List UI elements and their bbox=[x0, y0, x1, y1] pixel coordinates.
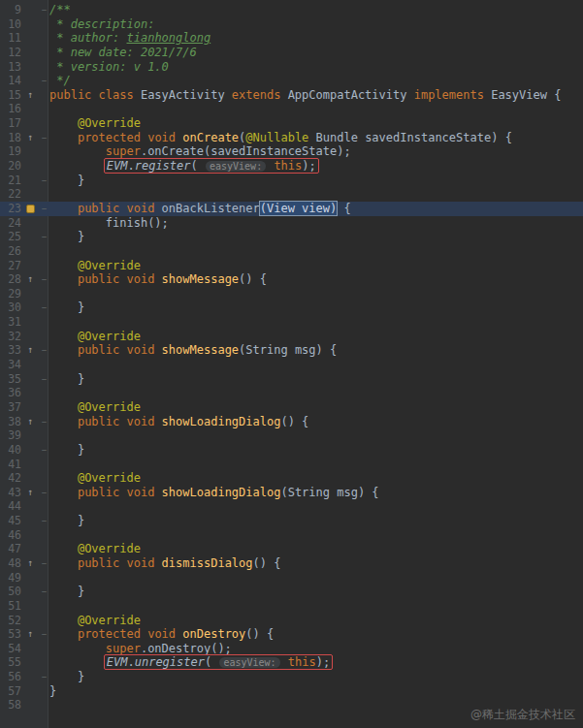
override-gutter-icon[interactable]: ↑ bbox=[21, 272, 39, 287]
gutter-icon-slot bbox=[21, 187, 39, 202]
gutter-icon-slot bbox=[21, 571, 39, 586]
fold-marker[interactable]: − bbox=[39, 415, 49, 429]
code-line-10: 10 * description: bbox=[0, 17, 583, 32]
override-gutter-icon[interactable]: ↑ bbox=[21, 556, 39, 571]
code-text[interactable]: @Override bbox=[49, 400, 583, 415]
code-text[interactable]: public void showLoadingDialog(String msg… bbox=[49, 486, 583, 500]
code-line-49: 49 bbox=[0, 571, 583, 586]
code-text[interactable]: } bbox=[49, 585, 583, 599]
code-text[interactable] bbox=[49, 315, 583, 330]
code-text[interactable] bbox=[49, 599, 583, 614]
token-static: EVM bbox=[107, 655, 128, 669]
code-text[interactable] bbox=[49, 244, 583, 259]
code-text[interactable]: } bbox=[49, 514, 583, 528]
fold-marker[interactable]: − bbox=[39, 74, 49, 88]
code-text[interactable]: @Override bbox=[49, 116, 583, 131]
code-text[interactable] bbox=[49, 358, 583, 372]
code-line-21: 21− } bbox=[0, 174, 583, 188]
code-text[interactable]: protected void onDestroy() { bbox=[49, 627, 583, 642]
code-text[interactable] bbox=[49, 187, 583, 202]
fold-marker[interactable]: − bbox=[39, 272, 49, 287]
code-text[interactable]: @Override bbox=[49, 614, 583, 628]
code-editor[interactable]: 9−/**10 * description:11 * author: tianh… bbox=[0, 0, 583, 728]
code-text[interactable]: EVM.unregister( easyView: this); bbox=[49, 655, 583, 670]
code-text[interactable]: */ bbox=[49, 74, 583, 88]
code-text[interactable]: } bbox=[49, 372, 583, 387]
code-line-25: 25− } bbox=[0, 230, 583, 244]
fold-marker[interactable]: − bbox=[39, 343, 49, 358]
code-text[interactable] bbox=[49, 386, 583, 400]
code-text[interactable]: } bbox=[49, 174, 583, 188]
override-gutter-icon[interactable]: ↑ bbox=[21, 88, 39, 103]
code-text[interactable]: super.onDestroy(); bbox=[49, 642, 583, 656]
code-text[interactable]: * new date: 2021/7/6 bbox=[49, 46, 583, 60]
override-gutter-icon[interactable]: ↑ bbox=[21, 627, 39, 642]
code-text[interactable] bbox=[49, 428, 583, 443]
code-text[interactable]: } bbox=[49, 301, 583, 315]
fold-marker[interactable]: − bbox=[39, 372, 49, 387]
override-gutter-icon[interactable]: ↑ bbox=[21, 343, 39, 358]
intention-bulb-icon[interactable] bbox=[21, 202, 39, 216]
fold-marker[interactable]: − bbox=[39, 174, 49, 188]
code-text[interactable]: } bbox=[49, 443, 583, 458]
code-text[interactable]: @Override bbox=[49, 330, 583, 344]
code-text[interactable]: EVM.register( easyView: this); bbox=[49, 159, 583, 174]
code-text[interactable] bbox=[49, 528, 583, 543]
code-lines[interactable]: 9−/**10 * description:11 * author: tianh… bbox=[0, 0, 583, 712]
code-text[interactable]: super.onCreate(savedInstanceState); bbox=[49, 144, 583, 159]
code-text[interactable]: finish(); bbox=[49, 216, 583, 231]
line-number: 19 bbox=[0, 144, 21, 159]
code-text[interactable]: @Override bbox=[49, 542, 583, 556]
fold-marker[interactable]: − bbox=[39, 443, 49, 458]
code-text[interactable]: public void showLoadingDialog() { bbox=[49, 415, 583, 429]
token-plain: } bbox=[49, 174, 84, 187]
fold-marker[interactable]: − bbox=[39, 131, 49, 145]
fold-marker[interactable]: − bbox=[39, 301, 49, 315]
fold-marker[interactable]: − bbox=[39, 627, 49, 642]
token-plain bbox=[49, 614, 78, 627]
line-number: 15 bbox=[0, 88, 21, 103]
code-line-27: 27 @Override bbox=[0, 259, 583, 273]
line-number: 20 bbox=[0, 159, 21, 174]
code-text[interactable]: public void showMessage(String msg) { bbox=[49, 343, 583, 358]
gutter-icon-slot bbox=[21, 74, 39, 88]
fold-marker[interactable]: − bbox=[39, 556, 49, 571]
code-text[interactable] bbox=[49, 458, 583, 472]
code-text[interactable]: } bbox=[49, 230, 583, 244]
code-text[interactable]: } bbox=[49, 684, 583, 699]
code-text[interactable]: * version: v 1.0 bbox=[49, 60, 583, 75]
code-text[interactable]: /** bbox=[49, 3, 583, 17]
code-text[interactable]: @Override bbox=[49, 259, 583, 273]
code-text[interactable]: } bbox=[49, 670, 583, 684]
code-text[interactable] bbox=[49, 287, 583, 301]
fold-marker[interactable]: − bbox=[39, 585, 49, 599]
code-line-41: 41 bbox=[0, 458, 583, 472]
code-text[interactable]: @Override bbox=[49, 471, 583, 486]
code-text[interactable] bbox=[49, 499, 583, 514]
line-number: 54 bbox=[0, 642, 21, 656]
override-gutter-icon[interactable]: ↑ bbox=[21, 131, 39, 145]
override-gutter-icon[interactable]: ↑ bbox=[21, 415, 39, 429]
code-line-55: 55 EVM.unregister( easyView: this); bbox=[0, 655, 583, 670]
fold-marker[interactable]: − bbox=[39, 202, 49, 216]
fold-marker[interactable]: − bbox=[39, 486, 49, 500]
gutter-icon-slot bbox=[21, 372, 39, 387]
code-text[interactable]: protected void onCreate(@Nullable Bundle… bbox=[49, 131, 583, 145]
code-line-23: 23− public void onBackListener(View view… bbox=[0, 202, 583, 216]
code-text[interactable]: public void onBackListener(View view) { bbox=[49, 202, 583, 216]
fold-slot bbox=[39, 116, 49, 131]
fold-marker[interactable]: − bbox=[39, 3, 49, 17]
code-text[interactable] bbox=[49, 571, 583, 586]
code-text[interactable]: public class EasyActivity extends AppCom… bbox=[49, 88, 583, 103]
override-gutter-icon[interactable]: ↑ bbox=[21, 486, 39, 500]
code-line-40: 40− } bbox=[0, 443, 583, 458]
fold-marker[interactable]: − bbox=[39, 230, 49, 244]
code-text[interactable]: * author: tianhonglong bbox=[49, 31, 583, 46]
fold-marker[interactable]: − bbox=[39, 514, 49, 528]
code-text[interactable]: * description: bbox=[49, 17, 583, 32]
code-text[interactable]: public void dismissDialog() { bbox=[49, 556, 583, 571]
code-text[interactable]: public void showMessage() { bbox=[49, 272, 583, 287]
fold-marker[interactable]: − bbox=[39, 670, 49, 684]
token-plain bbox=[49, 131, 78, 144]
code-text[interactable] bbox=[49, 102, 583, 116]
